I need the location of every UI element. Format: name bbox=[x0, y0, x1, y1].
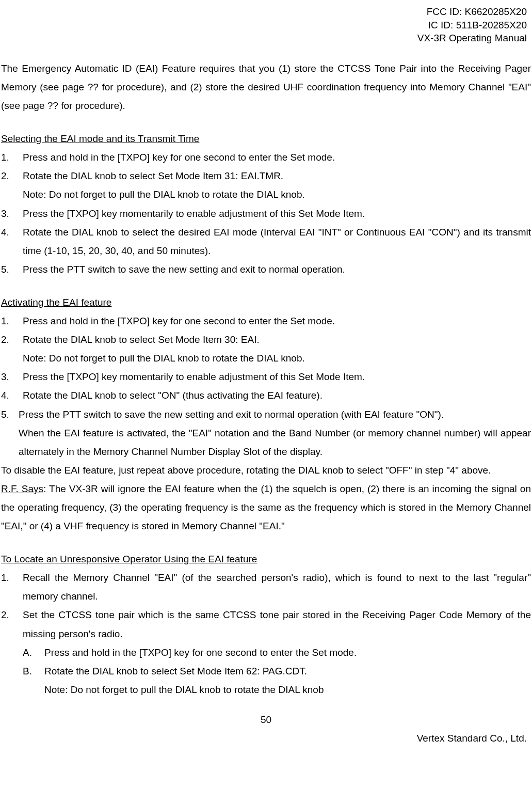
sub-list-text: Press and hold in the [TXPO] key for one… bbox=[44, 643, 531, 662]
list-number: 2. bbox=[1, 330, 23, 349]
list-number: 3. bbox=[1, 368, 23, 386]
list-number: 5. bbox=[1, 405, 19, 424]
manual-title: VX-3R Operating Manual bbox=[0, 32, 527, 45]
list-text: Press the [TXPO] key momentarily to enab… bbox=[23, 368, 531, 386]
intro-paragraph: The Emergency Automatic ID (EAI) Feature… bbox=[1, 59, 531, 115]
list-number: 2. bbox=[1, 167, 23, 185]
list-text: Recall the Memory Channel "EAI" (of the … bbox=[23, 569, 531, 606]
list-number: 1. bbox=[1, 148, 23, 167]
rf-says-label: R.F. Says bbox=[1, 483, 43, 494]
section-activate-eai: Activating the EAI feature 1. Press and … bbox=[1, 293, 531, 536]
list-text: Rotate the DIAL knob to select the desir… bbox=[23, 223, 531, 260]
sub-list-letter: A. bbox=[23, 643, 44, 662]
page: FCC ID: K6620285X20 IC ID: 511B-20285X20… bbox=[0, 5, 532, 748]
list-number: 1. bbox=[1, 312, 23, 330]
page-number: 50 bbox=[0, 711, 532, 729]
list-item: 4. Rotate the DIAL knob to select "ON" (… bbox=[1, 386, 531, 405]
list-text-cont: When the EAI feature is activated, the "… bbox=[1, 424, 531, 461]
list-item: 1. Press and hold in the [TXPO] key for … bbox=[1, 148, 531, 167]
list-text: Press the [TXPO] key momentarily to enab… bbox=[23, 204, 531, 223]
list-text: Press and hold in the [TXPO] key for one… bbox=[23, 312, 531, 330]
list-number: 2. bbox=[1, 606, 23, 643]
list-text: Rotate the DIAL knob to select Set Mode … bbox=[23, 167, 531, 185]
section-title: To Locate an Unresponsive Operator Using… bbox=[1, 550, 531, 569]
section-title: Activating the EAI feature bbox=[1, 293, 531, 312]
list-number: 1. bbox=[1, 569, 23, 606]
list-number: 4. bbox=[1, 386, 23, 405]
list-text: Rotate the DIAL knob to select "ON" (thu… bbox=[23, 386, 531, 405]
list-text: Press the PTT switch to save the new set… bbox=[19, 405, 531, 424]
company-name: Vertex Standard Co., Ltd. bbox=[0, 729, 532, 748]
sub-list-item: B. Rotate the DIAL knob to select Set Mo… bbox=[1, 662, 531, 681]
list-text: Rotate the DIAL knob to select Set Mode … bbox=[23, 330, 531, 349]
fcc-id: FCC ID: K6620285X20 bbox=[0, 5, 527, 19]
list-item: 5. Press the PTT switch to save the new … bbox=[1, 260, 531, 279]
list-number: 4. bbox=[1, 223, 23, 260]
list-item: 2. Set the CTCSS tone pair which is the … bbox=[1, 606, 531, 643]
sub-list-note: Note: Do not forget to pull the DIAL kno… bbox=[1, 681, 531, 699]
sub-list-text: Rotate the DIAL knob to select Set Mode … bbox=[44, 662, 531, 681]
section-select-eai: Selecting the EAI mode and its Transmit … bbox=[1, 130, 531, 279]
section-title: Selecting the EAI mode and its Transmit … bbox=[1, 130, 531, 148]
list-item: 3. Press the [TXPO] key momentarily to e… bbox=[1, 204, 531, 223]
rf-says-paragraph: R.F. Says: The VX-3R will ignore the EAI… bbox=[1, 480, 531, 536]
list-note: Note: Do not forget to pull the DIAL kno… bbox=[1, 185, 531, 204]
list-text: Press the PTT switch to save the new set… bbox=[23, 260, 531, 279]
sub-list-item: A. Press and hold in the [TXPO] key for … bbox=[1, 643, 531, 662]
header: FCC ID: K6620285X20 IC ID: 511B-20285X20… bbox=[0, 5, 532, 45]
disable-paragraph: To disable the EAI feature, just repeat … bbox=[1, 461, 531, 480]
list-item: 2. Rotate the DIAL knob to select Set Mo… bbox=[1, 330, 531, 349]
list-text: Set the CTCSS tone pair which is the sam… bbox=[23, 606, 531, 643]
section-locate-operator: To Locate an Unresponsive Operator Using… bbox=[1, 550, 531, 699]
rf-says-text: : The VX-3R will ignore the EAI feature … bbox=[1, 483, 531, 531]
list-item: 1. Press and hold in the [TXPO] key for … bbox=[1, 312, 531, 330]
list-text: Press and hold in the [TXPO] key for one… bbox=[23, 148, 531, 167]
sub-list-letter: B. bbox=[23, 662, 44, 681]
list-number: 3. bbox=[1, 204, 23, 223]
list-item: 1. Recall the Memory Channel "EAI" (of t… bbox=[1, 569, 531, 606]
list-item: 2. Rotate the DIAL knob to select Set Mo… bbox=[1, 167, 531, 185]
content: The Emergency Automatic ID (EAI) Feature… bbox=[0, 59, 532, 699]
list-item: 5. Press the PTT switch to save the new … bbox=[1, 405, 531, 461]
list-item: 4. Rotate the DIAL knob to select the de… bbox=[1, 223, 531, 260]
ic-id: IC ID: 511B-20285X20 bbox=[0, 19, 527, 32]
list-note: Note: Do not forget to pull the DIAL kno… bbox=[1, 349, 531, 368]
list-item: 3. Press the [TXPO] key momentarily to e… bbox=[1, 368, 531, 386]
list-number: 5. bbox=[1, 260, 23, 279]
